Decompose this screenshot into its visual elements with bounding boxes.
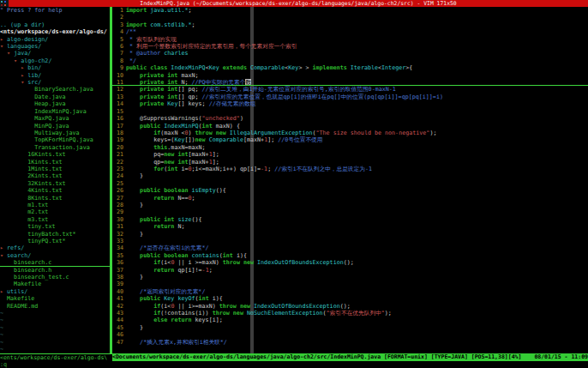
- dir-arrow-icon[interactable]: ▸: [0, 244, 3, 251]
- code-line[interactable]: 2: [112, 14, 588, 21]
- code-line[interactable]: 16 @SuppressWarnings("unchecked"): [112, 115, 588, 122]
- tree-item[interactable]: .. (up a dir): [0, 21, 110, 28]
- code-line[interactable]: 29: [112, 208, 588, 215]
- tree-item[interactable]: binsearch.h: [0, 267, 110, 274]
- code-line[interactable]: 38 }: [112, 274, 588, 281]
- code-line[interactable]: 7 * @author charles: [112, 50, 588, 57]
- tree-item[interactable]: tinyPQ.txt*: [0, 238, 110, 244]
- code-line[interactable]: 31 return N;: [112, 223, 588, 230]
- tree-item[interactable]: README.md: [0, 303, 110, 310]
- code-line[interactable]: 20 this.maxN=maxN;: [112, 144, 588, 151]
- code-line[interactable]: 12 private int[] pq; //索引二叉堆，由1开始-元素位置对应…: [112, 86, 588, 93]
- code-line[interactable]: 15: [112, 108, 588, 115]
- tree-item[interactable]: Transaction.java: [0, 144, 110, 151]
- code-line[interactable]: 34 /*是否存在索引i的元素*/: [112, 244, 588, 251]
- code-line[interactable]: 25: [112, 180, 588, 187]
- tree-item[interactable]: binsearch_test.c: [0, 274, 110, 281]
- code-line[interactable]: 40 /*返回索引对应的元素*/: [112, 288, 588, 295]
- code-line[interactable]: 11 private int N; //PQ中实际的元素个数: [112, 79, 588, 86]
- dir-arrow-icon[interactable]: ▸: [21, 64, 24, 71]
- code-line[interactable]: 41 public Key keyOf(int i){: [112, 295, 588, 302]
- code-line[interactable]: 26 public boolean isEmpty(){: [112, 187, 588, 194]
- code-line[interactable]: 10 private int maxN;: [112, 72, 588, 79]
- code-line[interactable]: 4/**: [112, 28, 588, 35]
- code-line[interactable]: 27 return N==0;: [112, 195, 588, 202]
- tree-item[interactable]: 1Kints.txt: [0, 159, 110, 166]
- tree-item[interactable]: ▾ algo-ch2/: [0, 57, 110, 64]
- tree-item[interactable]: ▾ search/: [0, 252, 110, 259]
- dir-arrow-icon[interactable]: ▾: [14, 57, 17, 64]
- code-line[interactable]: 42 if(i<0 || i>=maxN) throw new IndexOut…: [112, 303, 588, 310]
- tree-item[interactable]: ▸ refs/: [0, 244, 110, 251]
- tree-item[interactable]: MinPQ.java: [0, 123, 110, 130]
- dir-arrow-icon[interactable]: ▾: [0, 43, 3, 50]
- code-line[interactable]: 22 qp=new int[maxN+1];: [112, 159, 588, 166]
- code-line[interactable]: 1import java.util.*;: [112, 7, 588, 14]
- tree-item[interactable]: 4Kints.txt: [0, 187, 110, 194]
- tree-item[interactable]: tinyBatch.txt*: [0, 231, 110, 238]
- code-line[interactable]: 30 public int size(){: [112, 216, 588, 223]
- tree-item[interactable]: Makefile: [0, 295, 110, 302]
- dir-arrow-icon[interactable]: ▸: [21, 72, 24, 79]
- tree-item[interactable]: 2Kints.txt: [0, 172, 110, 179]
- code-line[interactable]: 6 * 利用一个整数索引对应特定的元素引用，每个元素对应一个索引: [112, 43, 588, 50]
- code-line[interactable]: 39: [112, 281, 588, 287]
- tree-item[interactable]: 8Kints.txt: [0, 195, 110, 202]
- dir-arrow-icon[interactable]: ▾: [7, 50, 10, 57]
- empty-line-tilde: ~: [0, 317, 110, 323]
- tree-item[interactable]: TopKForMinPQ.java: [0, 136, 110, 143]
- code-line[interactable]: 3import com.stdlib.*;: [112, 21, 588, 28]
- code-line[interactable]: 44 else return keys[i];: [112, 317, 588, 323]
- code-line[interactable]: 9public class IndexMinPQ<Key extends Com…: [112, 64, 588, 71]
- tree-item[interactable]: ▾ java/: [0, 50, 110, 57]
- code-line[interactable]: 28 }: [112, 202, 588, 208]
- code-line[interactable]: 13 private int[] qp; //索引对应的元素位置，也就是qp[i…: [112, 94, 588, 100]
- tree-item[interactable]: ▸ utils/: [0, 288, 110, 295]
- code-line[interactable]: 5 * 索引队列的实现: [112, 36, 588, 43]
- code-line[interactable]: 37 return qp[i]!=-1;: [112, 267, 588, 274]
- code-line[interactable]: 23 for(int i=0;i<=maxN;i++) qp[i]=-1; //…: [112, 166, 588, 172]
- nerdtree-sidebar[interactable]: " Press ? for help.. (up a dir)<nts/work…: [0, 7, 110, 353]
- tree-item[interactable]: 16Kints.txt: [0, 151, 110, 158]
- code-line[interactable]: 43 if(!contains(i)) throw new NoSuchElem…: [112, 310, 588, 317]
- tree-item[interactable]: Date.java: [0, 94, 110, 100]
- tree-item[interactable]: m1.txt: [0, 202, 110, 208]
- code-line[interactable]: 47 /*插入元素x,并和索引i相关联*/: [112, 339, 588, 346]
- tree-item[interactable]: ▾ languages/: [0, 43, 110, 50]
- tree-item[interactable]: BinarySearch.java: [0, 86, 110, 93]
- code-line[interactable]: 24 }: [112, 172, 588, 179]
- code-line[interactable]: 45 }: [112, 324, 588, 331]
- tree-item[interactable]: m3.txt: [0, 216, 110, 223]
- code-line[interactable]: 46: [112, 331, 588, 338]
- code-line[interactable]: 33: [112, 238, 588, 244]
- dir-arrow-icon[interactable]: ▸: [0, 288, 3, 295]
- code-line[interactable]: 32 }: [112, 231, 588, 238]
- code-line[interactable]: 21 pq=new int[maxN+1];: [112, 151, 588, 158]
- tree-item[interactable]: Makefile: [0, 281, 110, 287]
- code-line[interactable]: 8 */: [112, 57, 588, 64]
- code-line[interactable]: 17 public IndexMinPQ(int maxN) {: [112, 123, 588, 130]
- tree-item[interactable]: 32Kints.txt: [0, 180, 110, 187]
- tree-item[interactable]: Multiway.java: [0, 130, 110, 136]
- tree-item[interactable]: ▸ bin/: [0, 64, 110, 71]
- dir-arrow-icon[interactable]: ▾: [21, 79, 24, 86]
- code-line[interactable]: 35 public boolean contains(int i){: [112, 252, 588, 259]
- tree-item[interactable]: 1Mints.txt: [0, 166, 110, 172]
- tree-item[interactable]: IndexMinPQ.java: [0, 108, 110, 115]
- code-line[interactable]: 14 private Key[] keys; //存储元素的数组: [112, 100, 588, 107]
- tree-item[interactable]: Heap.java: [0, 100, 110, 107]
- code-line[interactable]: 36 if(i<0 || i >=maxN) throw new IndexOu…: [112, 259, 588, 266]
- code-editor-window[interactable]: 1import java.util.*;23import com.stdlib.…: [112, 7, 588, 353]
- tree-item[interactable]: m2.txt: [0, 208, 110, 215]
- tree-item[interactable]: ▾ src/: [0, 79, 110, 86]
- dir-arrow-icon[interactable]: ▸: [0, 36, 3, 43]
- tree-item[interactable]: ▸ lib/: [0, 72, 110, 79]
- tree-item[interactable]: binsearch.c: [0, 259, 110, 266]
- dir-arrow-icon[interactable]: ▾: [0, 252, 3, 259]
- code-line[interactable]: 19 keys=(Key[])new Comparable[maxN+1]; /…: [112, 136, 588, 143]
- code-line[interactable]: 18 if(maxN <0) throw new IllegalArgument…: [112, 130, 588, 136]
- tree-item[interactable]: ▸ algo-design/: [0, 36, 110, 43]
- command-line[interactable]: :q: [0, 361, 588, 368]
- tree-item[interactable]: MaxPQ.java: [0, 115, 110, 122]
- tree-item[interactable]: tiny.txt: [0, 223, 110, 230]
